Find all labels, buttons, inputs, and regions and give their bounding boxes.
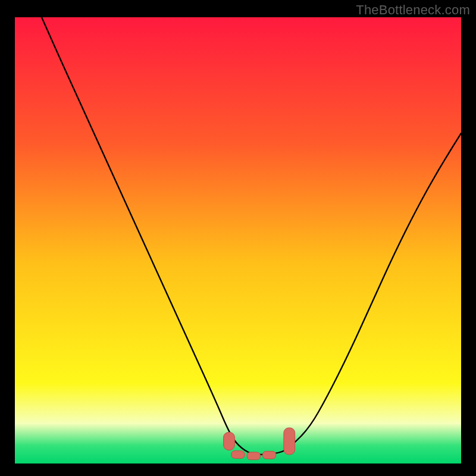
plot-area [15, 17, 461, 464]
gradient-background [15, 17, 461, 464]
marker-bottom-dash-2 [247, 452, 261, 460]
marker-bottom-dash-3 [262, 451, 276, 459]
marker-bottom-dash-1 [231, 451, 245, 459]
chart-frame: TheBottleneck.com [0, 0, 476, 476]
marker-left-cluster [224, 433, 235, 450]
marker-right-cluster [284, 428, 295, 455]
bottleneck-chart [15, 17, 461, 464]
watermark-text: TheBottleneck.com [356, 2, 470, 18]
